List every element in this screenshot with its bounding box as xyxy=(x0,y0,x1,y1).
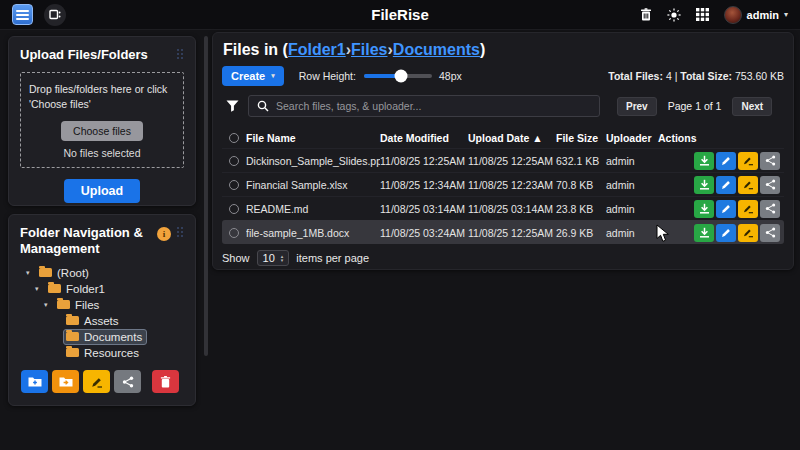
share-nodes-icon xyxy=(122,376,134,388)
cell-file-name[interactable]: README.md xyxy=(246,203,380,215)
table-row[interactable]: file-sample_1MB.docx 11/08/25 03:24AM 11… xyxy=(222,220,784,244)
cell-date-modified: 11/08/25 03:24AM xyxy=(380,227,468,239)
info-icon[interactable] xyxy=(157,227,171,241)
panel-toggle-button[interactable] xyxy=(44,4,66,26)
avatar xyxy=(724,6,742,24)
search-input[interactable] xyxy=(276,100,591,112)
tree-caret-icon[interactable]: ▾ xyxy=(35,285,45,293)
download-button[interactable] xyxy=(694,200,714,218)
folder-tree-item[interactable]: ▾ Folder1 xyxy=(26,281,184,297)
prev-page-button[interactable]: Prev xyxy=(617,97,657,116)
upload-card: Upload Files/Folders Drop files/folders … xyxy=(8,36,196,206)
header-date-modified[interactable]: Date Modified xyxy=(380,132,468,144)
folder-icon xyxy=(66,332,79,341)
filter-button[interactable] xyxy=(226,100,239,112)
row-checkbox[interactable] xyxy=(229,180,239,190)
items-per-page-value: 10 xyxy=(263,252,275,264)
share-nodes-icon xyxy=(765,179,776,190)
theme-toggle-sun-icon[interactable] xyxy=(667,8,681,22)
breadcrumb-link-documents[interactable]: Documents xyxy=(393,41,480,58)
header-file-name[interactable]: File Name xyxy=(246,132,380,144)
choose-files-button[interactable]: Choose files xyxy=(61,121,143,141)
tree-caret-icon[interactable]: ▾ xyxy=(44,301,54,309)
edit-button[interactable] xyxy=(716,224,736,242)
cell-date-modified: 11/08/25 12:34AM xyxy=(380,179,468,191)
cell-file-size: 23.8 KB xyxy=(556,203,606,215)
rename-folder-button[interactable] xyxy=(83,370,110,393)
download-icon xyxy=(699,179,710,190)
folder-tree-item[interactable]: Resources xyxy=(26,345,184,361)
user-menu[interactable]: admin ▾ xyxy=(724,6,788,24)
rename-button[interactable] xyxy=(738,152,758,170)
vertical-scrollbar[interactable] xyxy=(204,36,208,356)
breadcrumb-link-files[interactable]: Files xyxy=(351,41,387,58)
trash-icon[interactable] xyxy=(640,8,652,21)
breadcrumb-link-folder1[interactable]: Folder1 xyxy=(288,41,346,58)
table-row[interactable]: README.md 11/08/25 03:14AM 11/08/25 03:1… xyxy=(222,196,784,220)
app-logo-icon xyxy=(12,4,33,25)
delete-folder-button[interactable] xyxy=(152,370,179,393)
row-checkbox[interactable] xyxy=(229,228,239,238)
edit-button[interactable] xyxy=(716,200,736,218)
create-button[interactable]: Create ▾ xyxy=(222,66,284,86)
row-checkbox[interactable] xyxy=(229,204,239,214)
folder-label: Resources xyxy=(84,347,139,359)
next-page-button[interactable]: Next xyxy=(732,97,772,116)
cell-file-name[interactable]: Financial Sample.xlsx xyxy=(246,179,380,191)
download-button[interactable] xyxy=(694,224,714,242)
edit-button[interactable] xyxy=(716,152,736,170)
download-button[interactable] xyxy=(694,152,714,170)
folder-icon xyxy=(48,284,61,293)
tree-caret-icon[interactable]: ▾ xyxy=(26,269,36,277)
share-button[interactable] xyxy=(760,152,780,170)
cell-file-name[interactable]: file-sample_1MB.docx xyxy=(246,227,380,239)
header-upload-date[interactable]: Upload Date ▲ xyxy=(468,132,556,144)
drag-handle-icon[interactable] xyxy=(177,49,184,60)
rename-button[interactable] xyxy=(738,176,758,194)
folder-tree: ▾ (Root) ▾ Folder1 ▾ Files xyxy=(20,265,184,361)
folder-tree-item[interactable]: Documents xyxy=(26,329,184,345)
move-folder-button[interactable] xyxy=(52,370,79,393)
no-files-text: No files selected xyxy=(29,147,175,159)
share-button[interactable] xyxy=(760,224,780,242)
folder-label: Folder1 xyxy=(66,283,105,295)
search-box[interactable] xyxy=(248,95,600,117)
folder-navigation-card: Folder Navigation & Management ▾ (Root) … xyxy=(8,214,196,406)
folder-tree-item[interactable]: ▾ Files xyxy=(26,297,184,313)
items-per-page-select[interactable]: 10 ▴▾ xyxy=(257,250,290,266)
folder-label: (Root) xyxy=(57,267,89,279)
create-folder-button[interactable] xyxy=(21,370,48,393)
pencil-icon xyxy=(721,203,732,214)
row-height-slider[interactable] xyxy=(364,74,432,78)
cell-uploader: admin xyxy=(606,155,658,167)
slider-thumb[interactable] xyxy=(395,70,408,83)
table-row[interactable]: Financial Sample.xlsx 11/08/25 12:34AM 1… xyxy=(222,172,784,196)
edit-button[interactable] xyxy=(716,176,736,194)
share-button[interactable] xyxy=(760,176,780,194)
items-per-page-label: items per page xyxy=(296,252,369,264)
share-button[interactable] xyxy=(760,200,780,218)
header-file-size[interactable]: File Size xyxy=(556,132,606,144)
share-nodes-icon xyxy=(765,155,776,166)
cell-file-name[interactable]: Dickinson_Sample_Slides.pptx xyxy=(246,155,380,167)
upload-button[interactable]: Upload xyxy=(64,179,140,203)
rename-button[interactable] xyxy=(738,200,758,218)
select-all-checkbox[interactable] xyxy=(229,133,239,143)
pencil-icon xyxy=(721,155,732,166)
folder-tree-item[interactable]: Assets xyxy=(26,313,184,329)
row-checkbox[interactable] xyxy=(229,156,239,166)
table-row[interactable]: Dickinson_Sample_Slides.pptx 11/08/25 12… xyxy=(222,148,784,172)
show-label: Show xyxy=(222,252,250,264)
search-row: Prev Page 1 of 1 Next xyxy=(222,95,784,117)
share-folder-button[interactable] xyxy=(114,370,141,393)
rename-button[interactable] xyxy=(738,224,758,242)
file-dropzone[interactable]: Drop files/folders here or click 'Choose… xyxy=(20,72,184,167)
drag-handle-icon[interactable] xyxy=(177,227,184,238)
grid-view-icon[interactable] xyxy=(696,8,709,21)
cell-date-modified: 11/08/25 03:14AM xyxy=(380,203,468,215)
panel-view-icon xyxy=(49,9,61,20)
download-button[interactable] xyxy=(694,176,714,194)
header-uploader[interactable]: Uploader xyxy=(606,132,658,144)
folder-tree-item[interactable]: ▾ (Root) xyxy=(26,265,184,281)
row-height-value: 48px xyxy=(439,70,462,82)
